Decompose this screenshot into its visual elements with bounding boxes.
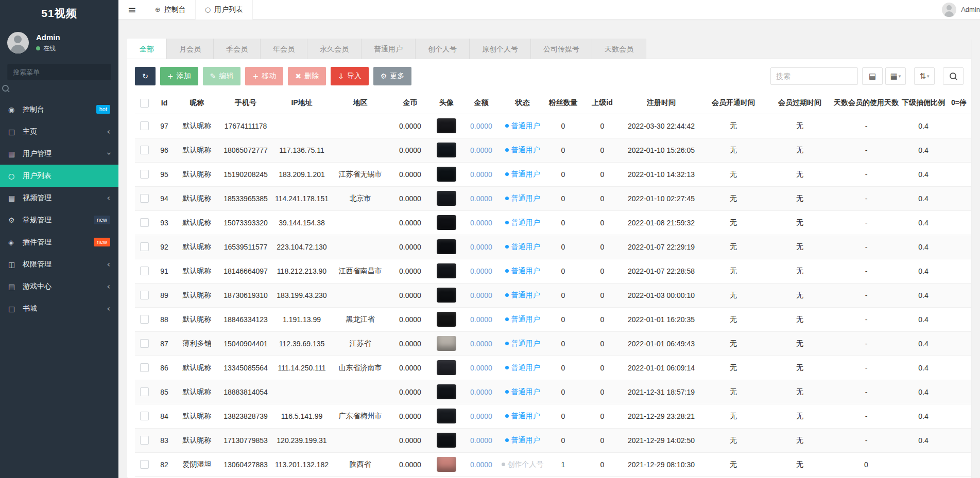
filter-tab-3[interactable]: 季会员 (214, 39, 261, 59)
row-checkbox[interactable] (140, 121, 149, 130)
table-search-input[interactable] (770, 67, 858, 85)
filter-tab-2[interactable]: 月会员 (167, 39, 214, 59)
move-button[interactable]: +移动 (245, 67, 283, 85)
id-cell: 93 (153, 210, 175, 235)
add-button[interactable]: +添加 (160, 67, 198, 85)
row-checkbox[interactable] (140, 412, 149, 420)
row-checkbox[interactable] (140, 267, 149, 275)
id-cell: 85 (153, 380, 175, 404)
sidebar-item-label: 用户列表 (23, 171, 51, 181)
col-header-avatar: 头像 (431, 92, 462, 114)
parent_id-cell: 0 (582, 138, 623, 162)
more-button[interactable]: ⚙更多 (373, 67, 412, 85)
id-cell: 86 (153, 356, 175, 380)
app-logo: 51视频 (0, 0, 118, 27)
ip-cell: 1.191.13.99 (272, 307, 331, 331)
sidebar-item-user-mgmt[interactable]: ▦用户管理‹ (0, 143, 118, 165)
row-checkbox[interactable] (140, 194, 149, 203)
sidebar-item-console[interactable]: ◉控制台hot (0, 98, 118, 120)
filter-tab-10[interactable]: 天数会员 (592, 39, 646, 59)
filter-tab-4[interactable]: 年会员 (261, 39, 307, 59)
nickname-cell: 默认昵称 (175, 235, 219, 259)
id-cell: 83 (153, 428, 175, 452)
row-checkbox[interactable] (140, 436, 149, 445)
import-button[interactable]: ⇩导入 (331, 67, 369, 85)
id-cell: 91 (153, 259, 175, 283)
view-grid-button[interactable]: ▦▾ (885, 67, 906, 85)
amount-link[interactable]: 0.0000 (470, 170, 492, 179)
topbar-avatar[interactable] (942, 3, 956, 17)
row-checkbox[interactable] (140, 315, 149, 324)
amount-link[interactable]: 0.0000 (470, 194, 492, 203)
sidebar-item-book-city[interactable]: ▤书城‹ (0, 297, 118, 320)
user-table: Id昵称手机号IP地址地区金币头像金额状态粉丝数量上级id注册时间会员开通时间会… (135, 92, 971, 477)
sidebar-item-video-mgmt[interactable]: ▤视频管理‹ (0, 187, 118, 209)
amount-link[interactable]: 0.0000 (470, 146, 492, 154)
vip_open-cell: 无 (700, 356, 767, 380)
profile-name: Admin (36, 33, 60, 42)
row-checkbox[interactable] (140, 460, 149, 469)
amount-link[interactable]: 0.0000 (470, 340, 492, 348)
sidebar-item-home[interactable]: ▤主页‹ (0, 120, 118, 143)
button-label: 更多 (390, 72, 404, 81)
sidebar-item-user-list[interactable]: ○用户列表 (0, 165, 118, 187)
row-checkbox[interactable] (140, 146, 149, 154)
flag-cell (947, 380, 971, 404)
row-checkbox[interactable] (140, 291, 149, 299)
top-tab-console[interactable]: ⊕控制台 (146, 0, 195, 20)
row-checkbox[interactable] (140, 387, 149, 396)
amount-link[interactable]: 0.0000 (470, 364, 492, 372)
id-cell: 97 (153, 114, 175, 138)
refresh-button[interactable]: ↻ (135, 67, 156, 85)
filter-tab-9[interactable]: 公司传媒号 (531, 39, 592, 59)
filter-tab-6[interactable]: 普通用户 (362, 39, 416, 59)
edit-button[interactable]: ✎编辑 (203, 67, 241, 85)
vip_open-cell: 无 (700, 210, 767, 235)
amount-link[interactable]: 0.0000 (470, 388, 492, 396)
sidebar-item-label: 游戏中心 (23, 282, 51, 291)
sidebar-item-game-center[interactable]: ▤游戏中心‹ (0, 275, 118, 297)
row-checkbox[interactable] (140, 170, 149, 179)
vip_days-cell: - (833, 428, 900, 452)
filter-tab-5[interactable]: 永久会员 (307, 39, 362, 59)
amount-link[interactable]: 0.0000 (470, 122, 492, 130)
menu-toggle-icon[interactable]: ≡ (118, 4, 146, 16)
table-row: 93默认昵称1507339332039.144.154.380.00000.00… (135, 210, 971, 235)
flag-cell (947, 138, 971, 162)
amount-link[interactable]: 0.0000 (470, 315, 492, 324)
amount-cell: 0.0000 (462, 138, 501, 162)
row-checkbox[interactable] (140, 218, 149, 227)
avatar-cell (431, 356, 462, 380)
amount-link[interactable]: 0.0000 (470, 291, 492, 299)
amount-link[interactable]: 0.0000 (470, 243, 492, 251)
sidebar-item-permission-mgmt[interactable]: ◫权限管理‹ (0, 253, 118, 275)
filter-tab-7[interactable]: 创个人号 (416, 39, 470, 59)
vip_open-cell: 无 (700, 404, 767, 428)
sidebar-item-general-mgmt[interactable]: ⚙常规管理new (0, 209, 118, 231)
filter-tab-1[interactable]: 全部 (127, 39, 167, 59)
status-badge: 普通用户 (505, 146, 540, 155)
amount-link[interactable]: 0.0000 (470, 412, 492, 420)
sort-button[interactable]: ⇅▾ (914, 67, 935, 85)
amount-link[interactable]: 0.0000 (470, 267, 492, 275)
sidebar-item-plugin-mgmt[interactable]: ◈插件管理new (0, 231, 118, 253)
amount-cell: 0.0000 (462, 404, 501, 428)
status-dot-icon (505, 221, 509, 224)
sidebar-item-label: 常规管理 (23, 216, 51, 225)
search-button[interactable] (943, 67, 964, 85)
menu-search-input[interactable] (7, 64, 111, 80)
row-checkbox[interactable] (140, 339, 149, 348)
filter-tab-8[interactable]: 原创个人号 (470, 39, 531, 59)
amount-link[interactable]: 0.0000 (470, 436, 492, 445)
top-tab-user-list[interactable]: ○用户列表 (195, 0, 253, 20)
delete-button[interactable]: ✖删除 (288, 67, 326, 85)
vip_open-cell: 无 (700, 114, 767, 138)
nickname-cell: 默认昵称 (175, 114, 219, 138)
select-all-checkbox[interactable] (140, 99, 149, 108)
view-list-button[interactable]: ▤ (862, 67, 883, 85)
amount-link[interactable]: 0.0000 (470, 461, 492, 469)
row-checkbox[interactable] (140, 363, 149, 372)
top-tab-label: 控制台 (164, 5, 186, 14)
row-checkbox[interactable] (140, 242, 149, 251)
amount-link[interactable]: 0.0000 (470, 219, 492, 227)
